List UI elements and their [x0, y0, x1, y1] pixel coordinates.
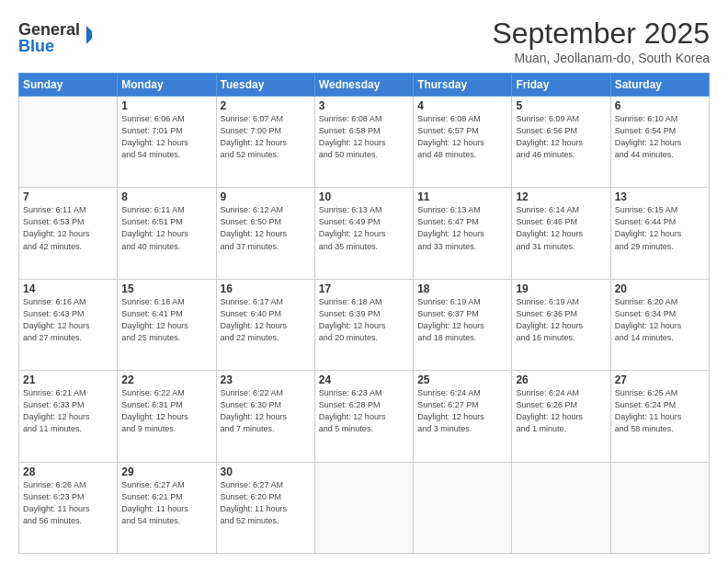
- calendar-header-row: Sunday Monday Tuesday Wednesday Thursday…: [19, 74, 710, 97]
- day-info: Sunrise: 6:09 AMSunset: 6:56 PMDaylight:…: [516, 114, 583, 159]
- day-number: 26: [516, 373, 606, 386]
- day-info: Sunrise: 6:07 AMSunset: 7:00 PMDaylight:…: [221, 114, 288, 159]
- day-number: 21: [23, 373, 113, 386]
- day-info: Sunrise: 6:26 AMSunset: 6:23 PMDaylight:…: [23, 480, 90, 525]
- day-number: 1: [121, 99, 211, 112]
- day-info: Sunrise: 6:22 AMSunset: 6:31 PMDaylight:…: [121, 388, 188, 433]
- table-row: 23Sunrise: 6:22 AMSunset: 6:30 PMDayligh…: [216, 371, 314, 462]
- table-row: 8Sunrise: 6:11 AMSunset: 6:51 PMDaylight…: [118, 188, 216, 279]
- day-info: Sunrise: 6:11 AMSunset: 6:51 PMDaylight:…: [121, 205, 188, 250]
- day-info: Sunrise: 6:27 AMSunset: 6:20 PMDaylight:…: [221, 480, 288, 525]
- table-row: 3Sunrise: 6:08 AMSunset: 6:58 PMDaylight…: [314, 97, 413, 188]
- table-row: 9Sunrise: 6:12 AMSunset: 6:50 PMDaylight…: [216, 188, 314, 279]
- day-number: 12: [516, 190, 606, 203]
- day-number: 2: [221, 99, 311, 112]
- day-info: Sunrise: 6:17 AMSunset: 6:40 PMDaylight:…: [221, 297, 288, 342]
- month-title: September 2025: [492, 17, 710, 51]
- table-row: 2Sunrise: 6:07 AMSunset: 7:00 PMDaylight…: [216, 97, 314, 188]
- day-number: 10: [319, 190, 409, 203]
- location: Muan, Jeollanam-do, South Korea: [492, 51, 710, 65]
- calendar-week-row: 28Sunrise: 6:26 AMSunset: 6:23 PMDayligh…: [19, 462, 710, 553]
- table-row: 13Sunrise: 6:15 AMSunset: 6:44 PMDayligh…: [610, 188, 709, 279]
- svg-text:Blue: Blue: [18, 37, 54, 55]
- table-row: 20Sunrise: 6:20 AMSunset: 6:34 PMDayligh…: [610, 279, 709, 370]
- table-row: 30Sunrise: 6:27 AMSunset: 6:20 PMDayligh…: [216, 462, 314, 553]
- day-info: Sunrise: 6:13 AMSunset: 6:49 PMDaylight:…: [319, 205, 386, 250]
- svg-text:General: General: [18, 20, 80, 39]
- day-number: 7: [23, 190, 113, 203]
- col-thursday: Thursday: [414, 74, 512, 97]
- table-row: 19Sunrise: 6:19 AMSunset: 6:36 PMDayligh…: [512, 279, 610, 370]
- calendar-week-row: 7Sunrise: 6:11 AMSunset: 6:53 PMDaylight…: [19, 188, 710, 279]
- day-number: 16: [221, 282, 311, 295]
- day-number: 9: [221, 190, 311, 203]
- table-row: 17Sunrise: 6:18 AMSunset: 6:39 PMDayligh…: [314, 279, 413, 370]
- day-info: Sunrise: 6:19 AMSunset: 6:37 PMDaylight:…: [417, 297, 484, 342]
- day-info: Sunrise: 6:23 AMSunset: 6:28 PMDaylight:…: [319, 388, 386, 433]
- table-row: 12Sunrise: 6:14 AMSunset: 6:46 PMDayligh…: [512, 188, 610, 279]
- day-info: Sunrise: 6:16 AMSunset: 6:41 PMDaylight:…: [121, 297, 188, 342]
- header: General Blue September 2025 Muan, Jeolla…: [18, 17, 710, 65]
- day-number: 30: [221, 465, 311, 478]
- table-row: 7Sunrise: 6:11 AMSunset: 6:53 PMDaylight…: [19, 188, 118, 279]
- table-row: 15Sunrise: 6:16 AMSunset: 6:41 PMDayligh…: [118, 279, 216, 370]
- table-row: 25Sunrise: 6:24 AMSunset: 6:27 PMDayligh…: [414, 371, 512, 462]
- table-row: 1Sunrise: 6:06 AMSunset: 7:01 PMDaylight…: [118, 97, 216, 188]
- table-row: 14Sunrise: 6:16 AMSunset: 6:43 PMDayligh…: [19, 279, 118, 370]
- day-info: Sunrise: 6:24 AMSunset: 6:26 PMDaylight:…: [516, 388, 583, 433]
- day-number: 28: [23, 465, 113, 478]
- col-monday: Monday: [118, 74, 216, 97]
- day-number: 15: [121, 282, 211, 295]
- day-number: 5: [516, 99, 606, 112]
- calendar-week-row: 14Sunrise: 6:16 AMSunset: 6:43 PMDayligh…: [19, 279, 710, 370]
- day-number: 13: [615, 190, 705, 203]
- col-wednesday: Wednesday: [314, 74, 413, 97]
- table-row: 27Sunrise: 6:25 AMSunset: 6:24 PMDayligh…: [610, 371, 709, 462]
- day-info: Sunrise: 6:12 AMSunset: 6:50 PMDaylight:…: [221, 205, 288, 250]
- table-row: 18Sunrise: 6:19 AMSunset: 6:37 PMDayligh…: [414, 279, 512, 370]
- day-number: 18: [417, 282, 507, 295]
- day-number: 11: [417, 190, 507, 203]
- table-row: [414, 462, 512, 553]
- day-info: Sunrise: 6:25 AMSunset: 6:24 PMDaylight:…: [615, 388, 682, 433]
- col-sunday: Sunday: [19, 74, 118, 97]
- table-row: 5Sunrise: 6:09 AMSunset: 6:56 PMDaylight…: [512, 97, 610, 188]
- day-number: 27: [615, 373, 705, 386]
- day-number: 17: [319, 282, 409, 295]
- day-number: 24: [319, 373, 409, 386]
- day-number: 25: [417, 373, 507, 386]
- table-row: [314, 462, 413, 553]
- day-info: Sunrise: 6:22 AMSunset: 6:30 PMDaylight:…: [221, 388, 288, 433]
- col-tuesday: Tuesday: [216, 74, 314, 97]
- day-info: Sunrise: 6:14 AMSunset: 6:46 PMDaylight:…: [516, 205, 583, 250]
- day-info: Sunrise: 6:19 AMSunset: 6:36 PMDaylight:…: [516, 297, 583, 342]
- calendar-table: Sunday Monday Tuesday Wednesday Thursday…: [18, 73, 710, 554]
- table-row: 16Sunrise: 6:17 AMSunset: 6:40 PMDayligh…: [216, 279, 314, 370]
- day-info: Sunrise: 6:27 AMSunset: 6:21 PMDaylight:…: [121, 480, 188, 525]
- calendar-week-row: 21Sunrise: 6:21 AMSunset: 6:33 PMDayligh…: [19, 371, 710, 462]
- day-info: Sunrise: 6:10 AMSunset: 6:54 PMDaylight:…: [615, 114, 682, 159]
- day-number: 22: [121, 373, 211, 386]
- table-row: 10Sunrise: 6:13 AMSunset: 6:49 PMDayligh…: [314, 188, 413, 279]
- day-number: 23: [221, 373, 311, 386]
- day-info: Sunrise: 6:21 AMSunset: 6:33 PMDaylight:…: [23, 388, 90, 433]
- logo-icon: General Blue: [18, 17, 92, 57]
- day-info: Sunrise: 6:06 AMSunset: 7:01 PMDaylight:…: [121, 114, 188, 159]
- page: General Blue September 2025 Muan, Jeolla…: [0, 0, 728, 563]
- day-number: 4: [417, 99, 507, 112]
- day-number: 14: [23, 282, 113, 295]
- day-info: Sunrise: 6:24 AMSunset: 6:27 PMDaylight:…: [417, 388, 484, 433]
- day-info: Sunrise: 6:13 AMSunset: 6:47 PMDaylight:…: [417, 205, 484, 250]
- day-info: Sunrise: 6:18 AMSunset: 6:39 PMDaylight:…: [319, 297, 386, 342]
- day-number: 29: [121, 465, 211, 478]
- col-saturday: Saturday: [610, 74, 709, 97]
- day-info: Sunrise: 6:16 AMSunset: 6:43 PMDaylight:…: [23, 297, 90, 342]
- day-number: 20: [615, 282, 705, 295]
- table-row: 11Sunrise: 6:13 AMSunset: 6:47 PMDayligh…: [414, 188, 512, 279]
- table-row: 26Sunrise: 6:24 AMSunset: 6:26 PMDayligh…: [512, 371, 610, 462]
- table-row: 24Sunrise: 6:23 AMSunset: 6:28 PMDayligh…: [314, 371, 413, 462]
- table-row: 28Sunrise: 6:26 AMSunset: 6:23 PMDayligh…: [19, 462, 118, 553]
- day-info: Sunrise: 6:08 AMSunset: 6:58 PMDaylight:…: [319, 114, 386, 159]
- day-info: Sunrise: 6:11 AMSunset: 6:53 PMDaylight:…: [23, 205, 90, 250]
- day-number: 6: [615, 99, 705, 112]
